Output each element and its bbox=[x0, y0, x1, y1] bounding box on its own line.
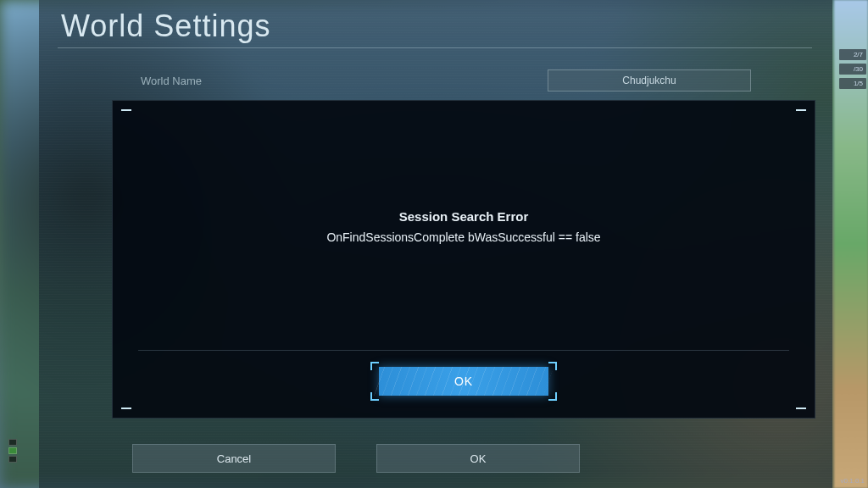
hud-badge: 1/5 bbox=[839, 78, 866, 89]
error-message: OnFindSessionsComplete bWasSuccessful ==… bbox=[113, 230, 815, 244]
page-title: World Settings bbox=[61, 8, 270, 44]
hud-tool-icon bbox=[8, 456, 17, 463]
world-settings-panel: World Settings World Name Chudjukchu Ses… bbox=[39, 0, 832, 488]
corner-mark-icon bbox=[796, 109, 806, 111]
selection-bracket-icon bbox=[548, 392, 557, 401]
hud-left-icons bbox=[8, 439, 17, 463]
hud-badge: /30 bbox=[839, 64, 866, 75]
cancel-button[interactable]: Cancel bbox=[132, 444, 336, 473]
ok-button[interactable]: OK bbox=[376, 444, 580, 473]
error-title: Session Search Error bbox=[113, 209, 815, 224]
selection-bracket-icon bbox=[370, 362, 379, 370]
corner-mark-icon bbox=[121, 408, 131, 409]
world-name-row: World Name Chudjukchu bbox=[141, 68, 751, 93]
corner-mark-icon bbox=[121, 109, 131, 111]
title-underline bbox=[58, 47, 812, 48]
hud-right-badges: 2/7 /30 1/5 bbox=[839, 49, 866, 89]
modal-divider bbox=[138, 350, 789, 351]
world-name-label: World Name bbox=[141, 75, 202, 87]
corner-mark-icon bbox=[796, 408, 806, 409]
selection-bracket-icon bbox=[370, 392, 379, 401]
error-text-block: Session Search Error OnFindSessionsCompl… bbox=[113, 209, 815, 244]
hud-badge: 2/7 bbox=[839, 49, 866, 60]
settings-footer-buttons: Cancel OK bbox=[132, 444, 607, 473]
hud-slot-icon bbox=[8, 439, 17, 446]
world-name-input[interactable]: Chudjukchu bbox=[548, 69, 751, 92]
error-modal: Session Search Error OnFindSessionsCompl… bbox=[112, 100, 815, 419]
selection-bracket-icon bbox=[548, 362, 557, 370]
version-label: v0.1.0.1 bbox=[841, 477, 865, 485]
error-ok-button[interactable]: OK bbox=[379, 367, 548, 396]
hud-health-icon bbox=[8, 447, 17, 454]
ok-button-frame: OK bbox=[370, 362, 557, 401]
